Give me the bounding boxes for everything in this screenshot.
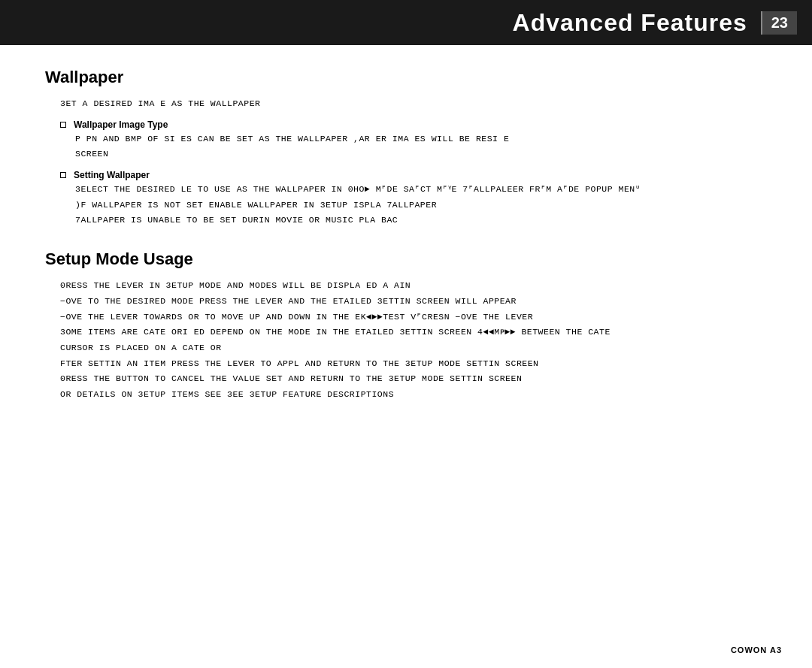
setup-mode-title: Setup Mode Usage <box>45 249 767 269</box>
setup-mode-text-block: 0RESS THE LEVER IN 3ETUP MODE AND MODES … <box>60 278 767 403</box>
setup-line-3: 3OME ITEMS ARE CATE ORI ED DEPEND ON THE… <box>60 325 767 340</box>
setup-line-7: OR DETAILS ON 3ETUP ITEMS SEE 3EE 3ETUP … <box>60 387 767 403</box>
setup-mode-section: Setup Mode Usage 0RESS THE LEVER IN 3ETU… <box>45 249 767 403</box>
setup-line-2: −OVE THE LEVER TOWARDS OR TO MOVE UP AND… <box>60 310 767 325</box>
image-type-text: P PN AND BMP OF SI ES CAN BE SET AS THE … <box>75 131 767 162</box>
setting-line2: )F WALLPAPER IS NOT SET ENABLE WALLPAPER… <box>75 198 767 213</box>
wallpaper-section: Wallpaper 3ET A DESIRED IMA E AS THE WAL… <box>45 68 767 228</box>
setup-line-5: FTER SETTIN AN ITEM PRESS THE LEVER TO A… <box>60 356 767 372</box>
setup-line-0: 0RESS THE LEVER IN 3ETUP MODE AND MODES … <box>60 278 767 294</box>
main-content: Wallpaper 3ET A DESIRED IMA E AS THE WAL… <box>0 45 812 436</box>
bullet-icon <box>60 122 66 128</box>
header-title: Advanced Features <box>513 9 747 37</box>
bullet-icon-2 <box>60 172 66 178</box>
page-number: 23 <box>761 11 797 35</box>
setting-line3: 7ALLPAPER IS UNABLE TO BE SET DURIN MOVI… <box>75 213 767 228</box>
wallpaper-intro-block: 3ET A DESIRED IMA E AS THE WALLPAPER Wal… <box>60 96 767 228</box>
wallpaper-intro: 3ET A DESIRED IMA E AS THE WALLPAPER <box>60 96 767 112</box>
setting-wallpaper-subsection: Setting Wallpaper 3ELECT THE DESIRED LE … <box>60 170 767 228</box>
setup-line-1: −OVE TO THE DESIRED MODE PRESS THE LEVER… <box>60 294 767 310</box>
footer-brand: COWON A3 <box>731 645 782 654</box>
image-type-title: Wallpaper Image Type <box>60 119 767 130</box>
page-header: Advanced Features 23 <box>0 0 812 45</box>
setting-wallpaper-title: Setting Wallpaper <box>60 170 767 180</box>
setting-line1: 3ELECT THE DESIRED LE TO USE AS THE WALL… <box>75 182 767 198</box>
setup-line-6: 0RESS THE BUTTON TO CANCEL THE VALUE SET… <box>60 371 767 387</box>
wallpaper-title: Wallpaper <box>45 68 767 87</box>
setup-line-4: CURSOR IS PLACED ON A CATE OR <box>60 340 767 356</box>
image-type-subsection: Wallpaper Image Type P PN AND BMP OF SI … <box>60 119 767 162</box>
